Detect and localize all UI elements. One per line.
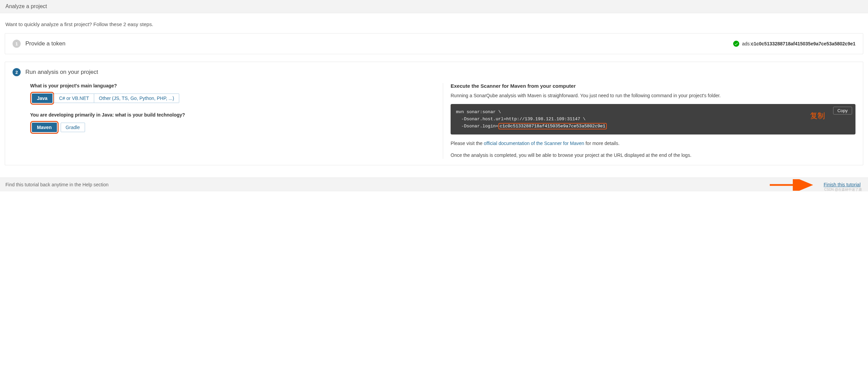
code-token-highlight: c1c0c5133288718af415035e9a7ce53a5802c9e1 xyxy=(498,123,607,129)
docs-line: Please visit the official documentation … xyxy=(451,140,855,147)
step2-panel: 2 Run analysis on your project What is y… xyxy=(5,62,863,165)
code-block: Copy复制mvn sonar:sonar \ -Dsonar.host.url… xyxy=(451,104,855,134)
step2-number: 2 xyxy=(13,68,21,76)
step1-title: Provide a token xyxy=(25,40,65,47)
step1-panel: 1 Provide a token ads:c1c0c5133288718af4… xyxy=(5,33,863,54)
highlight-maven: Maven xyxy=(30,121,59,134)
code-line-1: mvn sonar:sonar \ xyxy=(456,109,501,115)
watermark: CSDN @在森林中迷了鹿 xyxy=(824,187,862,191)
check-icon xyxy=(733,41,739,47)
scanner-title: Execute the Scanner for Maven from your … xyxy=(451,83,855,89)
finish-tutorial-link[interactable]: Finish this tutorial xyxy=(824,182,863,187)
footer-help-text: Find this tutorial back anytime in the H… xyxy=(5,182,108,187)
step2-title: Run analysis on your project xyxy=(25,69,98,76)
copy-annotation: 复制 xyxy=(810,110,825,122)
question-build: You are developing primarily in Java: wh… xyxy=(30,112,436,118)
scanner-desc: Running a SonarQube analysis with Maven … xyxy=(451,92,855,99)
token-prefix: ads: xyxy=(742,41,751,46)
footer-bar: Find this tutorial back anytime in the H… xyxy=(0,178,868,191)
arrow-annotation-icon xyxy=(770,179,817,191)
question-language: What is your project's main language? xyxy=(30,83,436,88)
build-option-maven[interactable]: Maven xyxy=(32,123,57,132)
step2-right-column: Execute the Scanner for Maven from your … xyxy=(443,83,855,159)
code-line-3-prefix: -Dsonar.login= xyxy=(456,124,498,129)
after-text: Once the analysis is completed, you will… xyxy=(451,152,855,159)
step1-number: 1 xyxy=(13,40,21,48)
copy-button[interactable]: Copy xyxy=(833,107,852,115)
lang-option-java[interactable]: Java xyxy=(32,94,53,103)
docs-pre: Please visit the xyxy=(451,141,484,146)
lang-option-other[interactable]: Other (JS, TS, Go, Python, PHP, ...) xyxy=(94,94,179,103)
build-option-gradle[interactable]: Gradle xyxy=(61,123,85,132)
page-title: Analyze a project xyxy=(5,3,47,9)
step2-left-column: What is your project's main language? Ja… xyxy=(30,83,443,159)
highlight-java: Java xyxy=(30,92,54,105)
docs-link[interactable]: official documentation of the Scanner fo… xyxy=(484,141,584,146)
code-line-2: -Dsonar.host.url=http://139.198.121.109:… xyxy=(456,117,585,122)
intro-text: Want to quickly analyze a first project?… xyxy=(5,21,863,27)
page-header: Analyze a project xyxy=(0,0,868,13)
docs-post: for more details. xyxy=(584,141,619,146)
token-value: c1c0c5133288718af415035e9a7ce53a5802c9e1 xyxy=(751,41,855,46)
content-area: Want to quickly analyze a first project?… xyxy=(0,13,868,178)
lang-option-csharp[interactable]: C# or VB.NET xyxy=(54,94,94,103)
token-display: ads:c1c0c5133288718af415035e9a7ce53a5802… xyxy=(733,41,855,47)
